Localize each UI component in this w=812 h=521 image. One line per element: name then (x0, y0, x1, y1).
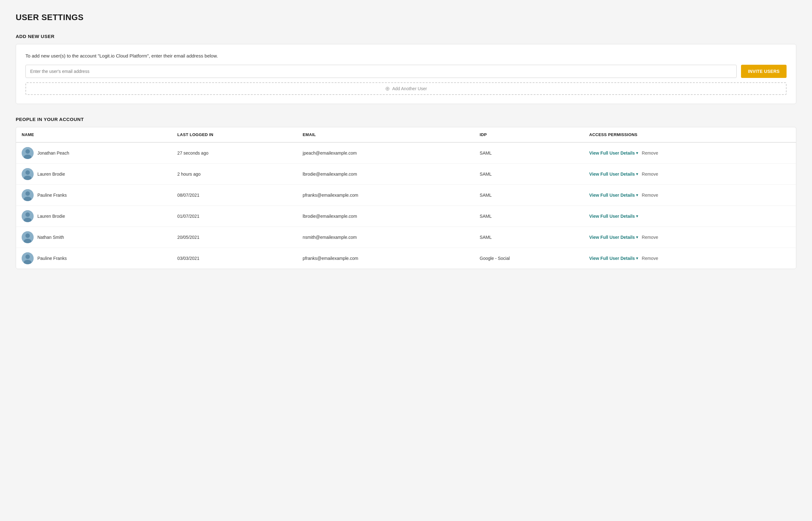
last-logged-in-cell: 01/07/2021 (172, 206, 297, 227)
access-permissions-cell: View Full User Details ▾ Remove (584, 164, 796, 185)
view-details-label: View Full User Details (589, 214, 635, 219)
table-header: NAME LAST LOGGED IN EMAIL IDP ACCESS PER… (16, 127, 796, 142)
add-user-section: ADD NEW USER To add new user(s) to the a… (16, 33, 796, 104)
table-row: Jonathan Peach 27 seconds agojpeach@emai… (16, 142, 796, 164)
avatar (22, 189, 33, 201)
idp-cell: SAML (474, 185, 584, 206)
access-permissions-cell: View Full User Details ▾ Remove (584, 142, 796, 164)
view-details-label: View Full User Details (589, 235, 635, 240)
access-permissions-cell: View Full User Details ▾ (584, 206, 796, 227)
idp-cell: Google - Social (474, 248, 584, 269)
name-cell: Lauren Brodie (16, 164, 172, 185)
view-full-user-details-link[interactable]: View Full User Details ▾ (589, 172, 638, 177)
people-section: PEOPLE IN YOUR ACCOUNT NAME LAST LOGGED … (16, 117, 796, 269)
view-details-label: View Full User Details (589, 172, 635, 177)
user-name: Lauren Brodie (38, 214, 65, 219)
chevron-down-icon: ▾ (636, 151, 638, 155)
user-name: Lauren Brodie (38, 172, 65, 177)
plus-icon: ⊕ (385, 86, 390, 91)
last-logged-in-cell: 20/05/2021 (172, 227, 297, 248)
email-cell: lbrodie@emailexample.com (297, 164, 474, 185)
chevron-down-icon: ▾ (636, 256, 638, 260)
people-table-card: NAME LAST LOGGED IN EMAIL IDP ACCESS PER… (16, 127, 796, 269)
view-details-label: View Full User Details (589, 151, 635, 156)
people-section-title: PEOPLE IN YOUR ACCOUNT (16, 117, 796, 122)
invite-users-button[interactable]: INVITE USERS (741, 65, 787, 78)
email-cell: jpeach@emailexample.com (297, 142, 474, 164)
idp-cell: SAML (474, 227, 584, 248)
remove-user-link[interactable]: Remove (642, 151, 658, 156)
svg-point-16 (25, 254, 30, 259)
name-cell: Lauren Brodie (16, 206, 172, 227)
user-name: Pauline Franks (38, 256, 67, 261)
remove-user-link[interactable]: Remove (642, 256, 658, 261)
access-permissions-cell: View Full User Details ▾ Remove (584, 248, 796, 269)
table-body: Jonathan Peach 27 seconds agojpeach@emai… (16, 142, 796, 269)
col-last-logged-in: LAST LOGGED IN (172, 127, 297, 142)
email-cell: lbrodie@emailexample.com (297, 206, 474, 227)
idp-cell: SAML (474, 142, 584, 164)
idp-cell: SAML (474, 206, 584, 227)
view-details-label: View Full User Details (589, 256, 635, 261)
page-title: USER SETTINGS (16, 13, 796, 22)
people-table: NAME LAST LOGGED IN EMAIL IDP ACCESS PER… (16, 127, 796, 269)
chevron-down-icon: ▾ (636, 172, 638, 176)
table-row: Pauline Franks 03/03/2021pfranks@emailex… (16, 248, 796, 269)
table-row: Nathan Smith 20/05/2021nsmith@emailexamp… (16, 227, 796, 248)
avatar (22, 252, 33, 264)
avatar (22, 147, 33, 159)
view-full-user-details-link[interactable]: View Full User Details ▾ (589, 235, 638, 240)
last-logged-in-cell: 27 seconds ago (172, 142, 297, 164)
remove-user-link[interactable]: Remove (642, 235, 658, 240)
avatar (22, 231, 33, 243)
add-new-user-title: ADD NEW USER (16, 33, 796, 39)
last-logged-in-cell: 2 hours ago (172, 164, 297, 185)
email-cell: nsmith@emailexample.com (297, 227, 474, 248)
view-full-user-details-link[interactable]: View Full User Details ▾ (589, 151, 638, 156)
remove-user-link[interactable]: Remove (642, 192, 658, 198)
user-name: Pauline Franks (38, 192, 67, 198)
user-name: Jonathan Peach (38, 151, 69, 156)
idp-cell: SAML (474, 164, 584, 185)
name-cell: Pauline Franks (16, 248, 172, 269)
col-access-permissions: ACCESS PERMISSIONS (584, 127, 796, 142)
table-row: Lauren Brodie 01/07/2021lbrodie@emailexa… (16, 206, 796, 227)
add-user-description: To add new user(s) to the account "Logit… (25, 53, 787, 59)
svg-point-7 (25, 191, 30, 196)
access-permissions-cell: View Full User Details ▾ Remove (584, 185, 796, 206)
svg-point-4 (25, 170, 30, 175)
chevron-down-icon: ▾ (636, 214, 638, 219)
avatar (22, 210, 33, 222)
email-cell: pfranks@emailexample.com (297, 185, 474, 206)
add-user-card: To add new user(s) to the account "Logit… (16, 44, 796, 104)
view-full-user-details-link[interactable]: View Full User Details ▾ (589, 256, 638, 261)
svg-point-1 (25, 149, 30, 154)
last-logged-in-cell: 08/07/2021 (172, 185, 297, 206)
user-name: Nathan Smith (38, 235, 64, 240)
name-cell: Nathan Smith (16, 227, 172, 248)
access-permissions-cell: View Full User Details ▾ Remove (584, 227, 796, 248)
remove-user-link[interactable]: Remove (642, 172, 658, 177)
col-email: EMAIL (297, 127, 474, 142)
table-row: Pauline Franks 08/07/2021pfranks@emailex… (16, 185, 796, 206)
email-cell: pfranks@emailexample.com (297, 248, 474, 269)
col-name: NAME (16, 127, 172, 142)
avatar (22, 168, 33, 180)
add-another-user-button[interactable]: ⊕ Add Another User (25, 82, 787, 95)
view-details-label: View Full User Details (589, 192, 635, 198)
chevron-down-icon: ▾ (636, 193, 638, 197)
view-full-user-details-link[interactable]: View Full User Details ▾ (589, 214, 638, 219)
view-full-user-details-link[interactable]: View Full User Details ▾ (589, 192, 638, 198)
chevron-down-icon: ▾ (636, 235, 638, 240)
name-cell: Pauline Franks (16, 185, 172, 206)
email-input[interactable] (25, 65, 737, 78)
svg-point-13 (25, 233, 30, 238)
add-another-label: Add Another User (392, 86, 427, 91)
last-logged-in-cell: 03/03/2021 (172, 248, 297, 269)
name-cell: Jonathan Peach (16, 142, 172, 164)
svg-point-10 (25, 212, 30, 217)
col-idp: IDP (474, 127, 584, 142)
invite-row: INVITE USERS (25, 65, 787, 78)
table-row: Lauren Brodie 2 hours agolbrodie@emailex… (16, 164, 796, 185)
